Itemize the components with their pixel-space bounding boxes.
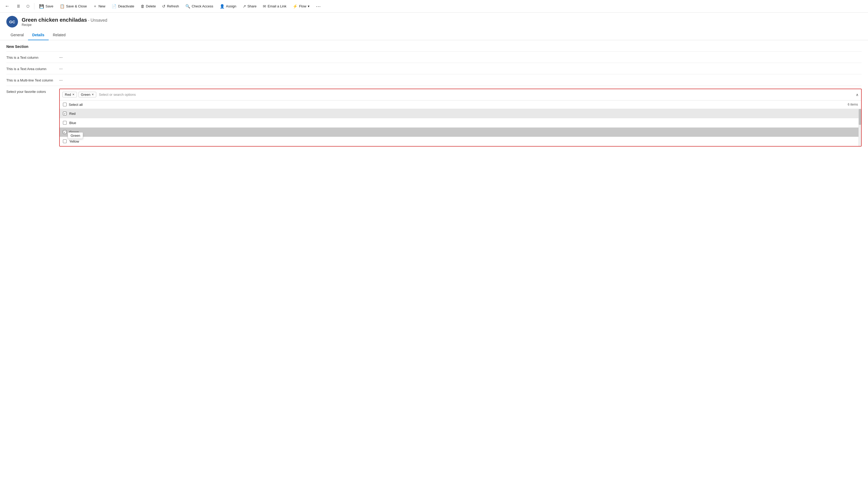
check-access-button[interactable]: 🔍 Check Access: [183, 2, 216, 10]
multiline-column-label: This is a Multi-line Text column: [6, 77, 59, 83]
tab-details[interactable]: Details: [28, 30, 49, 40]
tag-green[interactable]: Green ✕: [79, 92, 96, 97]
flow-dropdown-icon: ▾: [308, 4, 310, 8]
scrollbar[interactable]: [859, 109, 861, 146]
option-red-checkbox[interactable]: ✓: [63, 112, 67, 115]
form-row-multiline-column: This is a Multi-line Text column ---: [6, 74, 862, 85]
save-close-icon: 📋: [60, 4, 65, 9]
option-red[interactable]: ✓ Red: [60, 109, 861, 118]
view-icon: ☰: [17, 4, 20, 8]
record-header: GC Green chicken enchiladas - Unsaved Re…: [0, 13, 868, 28]
save-icon: 💾: [39, 4, 44, 9]
textarea-column-value: ---: [59, 66, 63, 71]
form-content: New Section This is a Text column --- Th…: [0, 40, 868, 149]
items-count: 6 items: [848, 103, 858, 106]
assign-button[interactable]: 👤 Assign: [217, 2, 239, 10]
divider-1: [34, 3, 34, 9]
tab-related[interactable]: Related: [49, 30, 70, 40]
tag-red[interactable]: Red ✕: [62, 92, 77, 97]
tag-green-close[interactable]: ✕: [91, 93, 94, 96]
select-all-checkbox[interactable]: [63, 103, 67, 106]
deactivate-button[interactable]: 📄 Deactivate: [109, 2, 137, 10]
email-link-button[interactable]: ✉ Email a Link: [260, 2, 289, 10]
toolbar: ← ☰ ⬡ 💾 Save 📋 Save & Close ＋ New 📄 Deac…: [0, 0, 868, 13]
collapse-dropdown-icon[interactable]: ∧: [856, 93, 859, 97]
delete-icon: 🗑: [141, 4, 145, 8]
option-blue[interactable]: Blue: [60, 118, 861, 127]
colors-field-row: Select your favorite colors Red ✕ Green …: [6, 86, 862, 149]
new-icon: ＋: [93, 4, 97, 9]
more-actions-button[interactable]: ⋯: [313, 2, 323, 11]
new-button[interactable]: ＋ New: [90, 2, 108, 10]
deactivate-icon: 📄: [112, 4, 117, 9]
dropdown-header-row: Select all 6 items: [60, 100, 861, 109]
option-green[interactable]: ✓ Green Green: [60, 127, 861, 137]
form-row-textarea-column: This is a Text Area column ---: [6, 63, 862, 74]
select-all-row[interactable]: Select all: [63, 103, 83, 107]
check-access-icon: 🔍: [185, 4, 190, 9]
form-row-text-column: This is a Text column ---: [6, 51, 862, 63]
scrollbar-thumb[interactable]: [859, 109, 861, 125]
back-icon: ←: [5, 3, 9, 9]
avatar: GC: [6, 16, 18, 28]
selected-tags-area[interactable]: Red ✕ Green ✕ Select or search options ∧: [60, 89, 861, 100]
colors-field-label: Select your favorite colors: [6, 89, 59, 94]
flow-icon: ⚡: [293, 4, 298, 9]
multiline-column-value: ---: [59, 77, 63, 82]
dropdown-scroll-area: ✓ Red Blue ✓ Green: [60, 109, 861, 146]
refresh-icon: ↺: [162, 4, 165, 9]
select-all-label: Select all: [69, 103, 83, 107]
tabs: General Details Related: [0, 30, 868, 40]
refresh-button[interactable]: ↺ Refresh: [159, 2, 182, 10]
section-header: New Section: [6, 40, 862, 51]
save-close-button[interactable]: 📋 Save & Close: [57, 2, 90, 10]
text-column-value: ---: [59, 54, 63, 59]
record-unsaved-label: - Unsaved: [88, 18, 107, 23]
search-placeholder: Select or search options: [99, 93, 136, 96]
option-green-checkbox[interactable]: ✓: [63, 130, 67, 134]
option-blue-checkbox[interactable]: [63, 121, 67, 125]
green-tooltip: Green: [68, 132, 83, 139]
record-type: Recipe: [22, 23, 107, 27]
share-button[interactable]: ↗ Share: [240, 2, 259, 10]
popout-button[interactable]: ⬡: [24, 3, 32, 10]
dropdown-list: Select all 6 items ✓ Red: [60, 100, 861, 146]
email-icon: ✉: [263, 4, 266, 9]
assign-icon: 👤: [220, 4, 225, 9]
view-toggle-button[interactable]: ☰: [14, 3, 23, 10]
back-button[interactable]: ←: [2, 2, 12, 10]
flow-button[interactable]: ⚡ Flow ▾: [290, 2, 312, 10]
colors-multiselect-container[interactable]: Red ✕ Green ✕ Select or search options ∧…: [59, 89, 862, 147]
record-title: Green chicken enchiladas: [22, 17, 87, 23]
save-button[interactable]: 💾 Save: [36, 2, 56, 10]
textarea-column-label: This is a Text Area column: [6, 66, 59, 71]
option-yellow-checkbox[interactable]: [63, 140, 67, 143]
popout-icon: ⬡: [26, 4, 29, 8]
delete-button[interactable]: 🗑 Delete: [138, 2, 159, 10]
tab-general[interactable]: General: [6, 30, 28, 40]
tag-red-close[interactable]: ✕: [72, 93, 74, 96]
text-column-label: This is a Text column: [6, 54, 59, 60]
share-icon: ↗: [243, 4, 246, 9]
option-yellow[interactable]: Yellow: [60, 137, 861, 146]
